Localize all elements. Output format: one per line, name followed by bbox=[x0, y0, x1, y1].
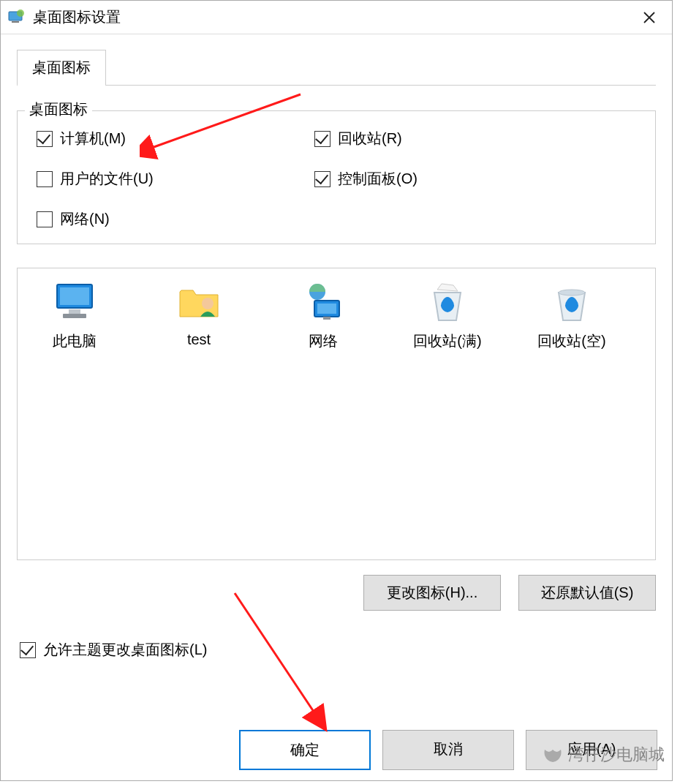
computer-icon bbox=[28, 279, 121, 325]
checkbox-controlpanel[interactable]: 控制面板(O) bbox=[314, 169, 641, 189]
change-icon-button[interactable]: 更改图标(H)... bbox=[363, 575, 501, 611]
checkbox-allow-theme[interactable]: 允许主题更改桌面图标(L) bbox=[17, 640, 656, 660]
dialog-footer: 确定 取消 应用(A) bbox=[1, 730, 672, 770]
checkbox-icon bbox=[314, 171, 330, 187]
tab-underline bbox=[17, 85, 656, 86]
checkbox-icon bbox=[314, 131, 330, 147]
svg-rect-6 bbox=[63, 314, 86, 318]
svg-rect-11 bbox=[323, 317, 330, 320]
icon-item-user[interactable]: test bbox=[152, 279, 246, 351]
ok-button[interactable]: 确定 bbox=[239, 730, 371, 770]
icon-label: test bbox=[152, 331, 246, 348]
svg-rect-4 bbox=[60, 287, 89, 305]
recyclebin-empty-icon bbox=[525, 279, 619, 325]
icon-button-row: 更改图标(H)... 还原默认值(S) bbox=[17, 575, 656, 611]
icon-label: 网络 bbox=[276, 331, 370, 351]
recyclebin-full-icon bbox=[401, 279, 494, 325]
checkbox-label: 计算机(M) bbox=[60, 129, 126, 148]
checkbox-label: 控制面板(O) bbox=[338, 169, 418, 189]
checkbox-computer[interactable]: 计算机(M) bbox=[37, 129, 307, 148]
icon-row: 此电脑 test bbox=[28, 279, 645, 351]
svg-point-12 bbox=[559, 290, 585, 295]
window-title: 桌面图标设置 bbox=[33, 7, 121, 27]
svg-point-7 bbox=[202, 298, 214, 309]
group-desktop-icons: 桌面图标 计算机(M) 回收站(R) 用户的文件(U) 控制面板(O) bbox=[17, 110, 656, 244]
svg-rect-1 bbox=[12, 21, 19, 23]
content-area: 桌面图标 桌面图标 计算机(M) 回收站(R) 用户的文件(U) bbox=[1, 34, 672, 667]
button-label: 应用(A) bbox=[567, 741, 616, 757]
button-label: 确定 bbox=[290, 742, 320, 758]
button-label: 取消 bbox=[434, 741, 463, 757]
svg-rect-10 bbox=[317, 304, 336, 314]
icon-item-this-pc[interactable]: 此电脑 bbox=[28, 279, 121, 351]
titlebar: 桌面图标设置 bbox=[1, 1, 672, 34]
close-button[interactable] bbox=[632, 1, 666, 34]
button-label: 还原默认值(S) bbox=[541, 584, 634, 600]
icon-label: 此电脑 bbox=[28, 331, 121, 351]
icon-item-recyclebin-empty[interactable]: 回收站(空) bbox=[525, 279, 619, 351]
dialog-window: 桌面图标设置 桌面图标 桌面图标 计算机(M) 回收站(R) bbox=[0, 0, 673, 781]
checkbox-icon bbox=[37, 171, 53, 187]
checkbox-network[interactable]: 网络(N) bbox=[37, 209, 307, 229]
checkbox-label: 回收站(R) bbox=[338, 129, 402, 148]
app-icon bbox=[7, 8, 26, 27]
icon-preview-panel: 此电脑 test bbox=[17, 268, 656, 560]
cancel-button[interactable]: 取消 bbox=[382, 730, 514, 770]
icon-label: 回收站(满) bbox=[401, 331, 494, 351]
group-legend: 桌面图标 bbox=[25, 99, 92, 119]
svg-rect-5 bbox=[69, 309, 80, 314]
tab-desktop-icons[interactable]: 桌面图标 bbox=[17, 50, 106, 86]
checkbox-grid: 计算机(M) 回收站(R) 用户的文件(U) 控制面板(O) 网络(N) bbox=[32, 129, 641, 229]
icon-item-recyclebin-full[interactable]: 回收站(满) bbox=[401, 279, 494, 351]
checkbox-userfiles[interactable]: 用户的文件(U) bbox=[37, 169, 307, 189]
apply-button[interactable]: 应用(A) bbox=[526, 730, 657, 770]
checkbox-label: 用户的文件(U) bbox=[60, 169, 154, 189]
checkbox-label: 网络(N) bbox=[60, 209, 110, 229]
network-icon bbox=[276, 279, 370, 325]
button-label: 更改图标(H)... bbox=[387, 584, 477, 600]
restore-default-button[interactable]: 还原默认值(S) bbox=[518, 575, 656, 611]
checkbox-icon bbox=[37, 131, 53, 147]
tab-label: 桌面图标 bbox=[32, 59, 91, 75]
checkbox-recyclebin[interactable]: 回收站(R) bbox=[314, 129, 641, 148]
icon-label: 回收站(空) bbox=[525, 331, 619, 351]
icon-item-network[interactable]: 网络 bbox=[276, 279, 370, 351]
checkbox-label: 允许主题更改桌面图标(L) bbox=[43, 640, 207, 660]
user-folder-icon bbox=[152, 279, 246, 325]
checkbox-icon bbox=[20, 642, 36, 658]
checkbox-icon bbox=[37, 211, 53, 227]
svg-point-2 bbox=[17, 10, 24, 17]
